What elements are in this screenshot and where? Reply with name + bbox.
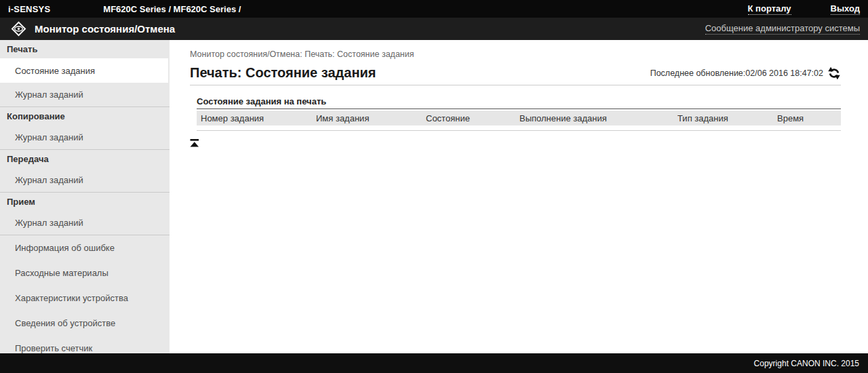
breadcrumb: Монитор состояния/Отмена: Печать: Состоя… bbox=[190, 50, 841, 59]
portal-link[interactable]: К порталу bbox=[748, 3, 791, 15]
sidebar-item-device-features[interactable]: Характеристики устройства bbox=[0, 286, 170, 311]
admin-message-link[interactable]: Сообщение администратору системы bbox=[705, 23, 860, 35]
column-header-job-type: Тип задания bbox=[673, 113, 773, 123]
sidebar-nav: Печать Состояние задания Журнал заданий … bbox=[0, 40, 170, 353]
sidebar-item-check-counter[interactable]: Проверить счетчик bbox=[0, 336, 170, 361]
device-name: MF620C Series / MF620C Series / bbox=[103, 4, 241, 14]
copyright-text: Copyright CANON INC. 2015 bbox=[754, 359, 859, 368]
back-to-top-icon[interactable] bbox=[190, 138, 199, 146]
column-header-job-operation: Выполнение задания bbox=[515, 113, 673, 123]
last-update-timestamp: 02/06 2016 18:47:02 bbox=[745, 68, 823, 78]
last-update-label: Последнее обновление: bbox=[650, 68, 746, 78]
main-panel: Монитор состояния/Отмена: Печать: Состоя… bbox=[170, 40, 868, 353]
refresh-icon[interactable] bbox=[827, 66, 841, 80]
app-title: Монитор состояния/Отмена bbox=[35, 23, 175, 35]
sidebar-group-rx: Прием bbox=[0, 193, 170, 211]
sidebar-item-rx-job-log[interactable]: Журнал заданий bbox=[0, 211, 170, 235]
sidebar-group-tx: Передача bbox=[0, 150, 170, 168]
logout-link[interactable]: Выход bbox=[831, 3, 860, 15]
job-status-table: Номер задания Имя задания Состояние Выпо… bbox=[197, 111, 841, 131]
section-title: Состояние задания на печать bbox=[197, 96, 841, 109]
sidebar-item-print-job-status[interactable]: Состояние задания bbox=[0, 58, 168, 83]
status-monitor-diamond-eye-icon bbox=[9, 20, 28, 38]
sidebar-group-print: Печать bbox=[0, 40, 170, 58]
sidebar-item-error-information[interactable]: Информация об ошибке bbox=[0, 235, 170, 260]
column-header-job-name: Имя задания bbox=[312, 113, 422, 123]
sidebar-group-copy: Копирование bbox=[0, 107, 170, 125]
title-divider bbox=[190, 85, 841, 85]
print-job-status-section: Состояние задания на печать Номер задани… bbox=[197, 96, 841, 131]
content-region: Печать Состояние задания Журнал заданий … bbox=[0, 40, 868, 353]
sidebar-item-device-information[interactable]: Сведения об устройстве bbox=[0, 311, 170, 336]
table-empty-body bbox=[197, 125, 841, 131]
top-bar: i-SENSYS MF620C Series / MF620C Series /… bbox=[0, 0, 868, 18]
sidebar-item-tx-job-log[interactable]: Журнал заданий bbox=[0, 168, 170, 192]
sidebar-item-print-job-log[interactable]: Журнал заданий bbox=[0, 83, 170, 106]
table-header-row: Номер задания Имя задания Состояние Выпо… bbox=[197, 111, 841, 125]
column-header-status: Состояние bbox=[422, 113, 515, 123]
title-row: Печать: Состояние задания Последнее обно… bbox=[190, 65, 841, 81]
sidebar-item-copy-job-log[interactable]: Журнал заданий bbox=[0, 125, 170, 149]
column-header-time: Время bbox=[773, 113, 841, 123]
app-bar: Монитор состояния/Отмена Сообщение админ… bbox=[0, 18, 868, 40]
column-header-job-number: Номер задания bbox=[197, 113, 312, 123]
brand-logo-text: i-SENSYS bbox=[8, 4, 50, 14]
sidebar-item-consumables[interactable]: Расходные материалы bbox=[0, 260, 170, 286]
last-update: Последнее обновление:02/06 2016 18:47:02 bbox=[650, 68, 823, 78]
page-title: Печать: Состояние задания bbox=[190, 65, 376, 81]
